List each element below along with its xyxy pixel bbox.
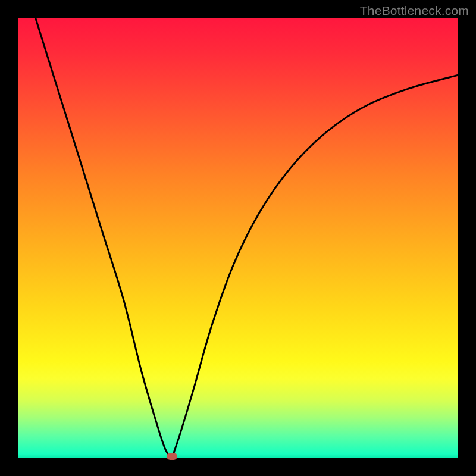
minimum-marker — [167, 453, 177, 460]
curve-path — [36, 18, 458, 458]
bottleneck-curve — [18, 18, 458, 458]
watermark-text: TheBottleneck.com — [360, 4, 469, 18]
plot-area — [18, 18, 458, 458]
outer-frame: TheBottleneck.com — [0, 0, 476, 476]
